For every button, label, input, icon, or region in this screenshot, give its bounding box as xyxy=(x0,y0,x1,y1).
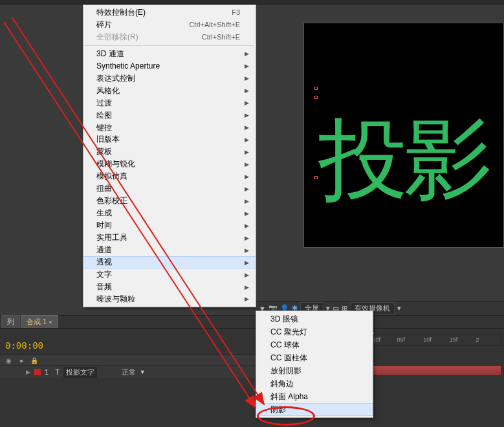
blend-mode[interactable]: 正常 xyxy=(122,367,136,377)
lock-icon[interactable]: 🔒 xyxy=(30,356,39,365)
menu-shortcut: Ctrl+Shift+E xyxy=(202,33,240,41)
layer-color-swatch[interactable] xyxy=(34,369,41,375)
eye-icon[interactable]: ◉ xyxy=(4,356,13,365)
chevron-right-icon: ▶ xyxy=(245,259,249,266)
layer-bar[interactable] xyxy=(367,366,501,376)
menu-item-label: 扭曲 xyxy=(96,183,112,194)
menu-item-通道[interactable]: 通道▶ xyxy=(83,244,256,256)
menu-item-时间[interactable]: 时间▶ xyxy=(83,219,256,232)
menu-item-label: 噪波与颗粒 xyxy=(96,294,135,305)
perspective-submenu: 3D 眼镜CC 聚光灯CC 球体CC 圆柱体放射阴影斜角边斜面 Alpha阴影 xyxy=(256,311,373,418)
chevron-right-icon: ▶ xyxy=(245,124,249,131)
menu-item-label: 实用工具 xyxy=(96,232,127,243)
chevron-right-icon: ▶ xyxy=(245,223,249,229)
selection-handle[interactable] xyxy=(314,96,318,99)
menu-item[interactable]: 特效控制台(E)F3 xyxy=(83,6,256,19)
menu-item-label: CC 球体 xyxy=(270,340,300,351)
menu-item: 全部移除(R)Ctrl+Shift+E xyxy=(83,31,256,43)
chevron-right-icon: ▶ xyxy=(245,198,249,204)
menu-item-label: 特效控制台(E) xyxy=(96,7,146,18)
current-timecode[interactable]: 0:00:00 xyxy=(5,340,43,351)
menu-item-色彩校正[interactable]: 色彩校正▶ xyxy=(83,195,256,207)
chevron-right-icon: ▶ xyxy=(245,87,249,94)
submenu-item[interactable]: CC 球体 xyxy=(256,338,373,351)
menu-item-label: 3D 通道 xyxy=(96,49,124,60)
chevron-right-icon: ▶ xyxy=(245,161,249,168)
menu-shortcut: Ctrl+Alt+Shift+E xyxy=(189,21,240,28)
chevron-right-icon: ▶ xyxy=(245,296,249,302)
solo-icon[interactable]: ● xyxy=(17,356,26,365)
effects-menu: 特效控制台(E)F3碎片Ctrl+Alt+Shift+E全部移除(R)Ctrl+… xyxy=(83,5,256,307)
chevron-right-icon: ▶ xyxy=(245,137,249,143)
menu-item-label: 透视 xyxy=(96,257,112,268)
submenu-item[interactable]: CC 圆柱体 xyxy=(256,351,373,364)
chevron-right-icon: ▶ xyxy=(245,173,249,180)
menu-item-过渡[interactable]: 过渡▶ xyxy=(83,97,256,109)
chevron-right-icon: ▶ xyxy=(245,186,249,192)
menu-item-模拟仿真[interactable]: 模拟仿真▶ xyxy=(83,170,256,182)
menu-item-label: 模糊与锐化 xyxy=(96,159,135,170)
menu-item-label: 放射阴影 xyxy=(270,366,301,377)
dropdown-icon[interactable]: ▼ xyxy=(140,369,146,375)
submenu-item[interactable]: 3D 眼镜 xyxy=(256,312,373,325)
submenu-item[interactable]: 斜面 Alpha xyxy=(256,390,373,403)
chevron-right-icon: ▶ xyxy=(245,149,249,155)
chevron-right-icon: ▶ xyxy=(245,235,249,241)
menu-item-实用工具[interactable]: 实用工具▶ xyxy=(83,232,256,244)
menu-item-扭曲[interactable]: 扭曲▶ xyxy=(83,182,256,195)
menu-item-生成[interactable]: 生成▶ xyxy=(83,207,256,219)
menu-item-文字[interactable]: 文字▶ xyxy=(83,268,256,281)
chevron-right-icon: ▶ xyxy=(245,284,249,290)
submenu-item[interactable]: CC 聚光灯 xyxy=(256,325,373,338)
menu-shortcut: F3 xyxy=(232,8,240,16)
menu-item-键控[interactable]: 键控▶ xyxy=(83,122,256,134)
layer-index: 1 xyxy=(45,368,49,376)
tab-composition[interactable]: 合成 1 × xyxy=(21,315,58,328)
chevron-right-icon: ▶ xyxy=(245,50,249,57)
menu-item-label: 斜面 Alpha xyxy=(270,391,308,402)
menu-item-透视[interactable]: 透视▶ xyxy=(83,256,256,268)
text-layer-icon: T xyxy=(55,368,60,376)
preview-text-layer[interactable]: 投影 xyxy=(318,100,489,221)
tab-panel[interactable]: 列 xyxy=(1,315,20,328)
menu-item-3d-通道[interactable]: 3D 通道▶ xyxy=(83,48,256,60)
selection-handle[interactable] xyxy=(314,87,318,90)
chevron-right-icon: ▶ xyxy=(245,247,249,254)
menu-item[interactable]: 碎片Ctrl+Alt+Shift+E xyxy=(83,19,256,31)
layer-name[interactable]: 投影文字 xyxy=(63,367,97,378)
timeline-column-header: ◉ ● 🔒 xyxy=(0,355,256,366)
submenu-item[interactable]: 斜角边 xyxy=(256,377,373,390)
submenu-item[interactable]: 放射阴影 xyxy=(256,364,373,377)
menu-item-绘图[interactable]: 绘图▶ xyxy=(83,109,256,122)
menu-item-模糊与锐化[interactable]: 模糊与锐化▶ xyxy=(83,158,256,170)
chevron-right-icon: ▶ xyxy=(245,100,249,106)
menu-item-label: 绘图 xyxy=(96,110,112,121)
dropdown-icon[interactable]: ▾ xyxy=(397,304,401,312)
composition-preview[interactable]: 投影 xyxy=(303,23,504,248)
menu-item-旧版本[interactable]: 旧版本▶ xyxy=(83,133,256,146)
timeline-tabs: 列 合成 1 × xyxy=(0,315,504,328)
menu-item-表达式控制[interactable]: 表达式控制▶ xyxy=(83,72,256,85)
menu-item-噪波与颗粒[interactable]: 噪波与颗粒▶ xyxy=(83,293,256,305)
time-ruler[interactable]: :00f05f10f15f2 xyxy=(369,334,501,345)
selection-handle[interactable] xyxy=(314,176,318,179)
menu-item-蒙板[interactable]: 蒙板▶ xyxy=(83,146,256,158)
menu-item-音频[interactable]: 音频▶ xyxy=(83,281,256,293)
ruler-tick: 10f xyxy=(422,336,448,343)
menu-item-label: 文字 xyxy=(96,269,112,280)
chevron-right-icon[interactable]: ▶ xyxy=(26,369,30,375)
menu-item-label: 色彩校正 xyxy=(96,195,127,206)
menu-item-label: 3D 眼镜 xyxy=(270,314,298,325)
timeline-layer-row[interactable]: ▶ 1 T 投影文字 正常 ▼ xyxy=(0,366,256,378)
menu-item-synthetic-aperture[interactable]: Synthetic Aperture▶ xyxy=(83,60,256,72)
menu-item-label: 风格化 xyxy=(96,85,120,96)
menu-item-风格化[interactable]: 风格化▶ xyxy=(83,85,256,97)
chevron-right-icon: ▶ xyxy=(245,210,249,217)
menu-item-label: 蒙板 xyxy=(96,146,112,157)
menu-separator xyxy=(85,45,254,46)
submenu-item[interactable]: 阴影 xyxy=(256,403,373,416)
menu-item-label: 阴影 xyxy=(270,404,286,415)
menu-item-label: 旧版本 xyxy=(96,134,120,145)
menu-item-label: 表达式控制 xyxy=(96,73,135,84)
menu-item-label: 过渡 xyxy=(96,98,112,109)
